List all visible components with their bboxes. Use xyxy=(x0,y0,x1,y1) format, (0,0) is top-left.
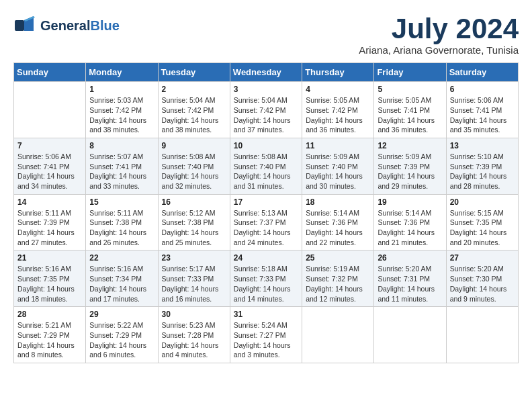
cell-info: Sunrise: 5:05 AM Sunset: 7:41 PM Dayligh… xyxy=(378,95,442,135)
month-title: July 2024 xyxy=(359,13,519,44)
day-number: 29 xyxy=(89,310,154,319)
table-row: 18Sunrise: 5:14 AM Sunset: 7:36 PM Dayli… xyxy=(302,194,374,250)
day-number: 7 xyxy=(17,141,82,150)
page-header: GeneralBlue July 2024 Ariana, Ariana Gov… xyxy=(13,13,519,56)
col-monday: Monday xyxy=(86,63,158,82)
col-saturday: Saturday xyxy=(446,63,518,82)
cell-info: Sunrise: 5:07 AM Sunset: 7:41 PM Dayligh… xyxy=(89,152,154,191)
cell-info: Sunrise: 5:12 AM Sunset: 7:38 PM Dayligh… xyxy=(162,208,226,248)
location-subtitle: Ariana, Ariana Governorate, Tunisia xyxy=(359,44,519,56)
day-number: 19 xyxy=(378,197,442,207)
cell-info: Sunrise: 5:17 AM Sunset: 7:33 PM Dayligh… xyxy=(162,264,226,304)
table-row: 6Sunrise: 5:06 AM Sunset: 7:41 PM Daylig… xyxy=(446,82,518,138)
logo-text-general: GeneralBlue xyxy=(40,18,120,34)
day-number: 18 xyxy=(306,197,370,207)
table-row: 21Sunrise: 5:16 AM Sunset: 7:35 PM Dayli… xyxy=(14,250,86,307)
day-number: 30 xyxy=(162,310,226,319)
cell-info: Sunrise: 5:19 AM Sunset: 7:32 PM Dayligh… xyxy=(306,264,370,304)
calendar-table: Sunday Monday Tuesday Wednesday Thursday… xyxy=(13,62,519,363)
day-number: 11 xyxy=(306,141,370,150)
table-row: 23Sunrise: 5:17 AM Sunset: 7:33 PM Dayli… xyxy=(158,250,230,307)
calendar-header-row: Sunday Monday Tuesday Wednesday Thursday… xyxy=(14,63,519,82)
cell-info: Sunrise: 5:06 AM Sunset: 7:41 PM Dayligh… xyxy=(450,95,515,135)
day-number: 21 xyxy=(17,253,82,263)
table-row: 8Sunrise: 5:07 AM Sunset: 7:41 PM Daylig… xyxy=(86,138,158,194)
table-row: 14Sunrise: 5:11 AM Sunset: 7:39 PM Dayli… xyxy=(14,194,86,250)
col-thursday: Thursday xyxy=(302,63,374,82)
logo-text-blue: Blue xyxy=(90,18,119,33)
table-row: 30Sunrise: 5:23 AM Sunset: 7:28 PM Dayli… xyxy=(158,307,230,363)
table-row: 24Sunrise: 5:18 AM Sunset: 7:33 PM Dayli… xyxy=(230,250,302,307)
cell-info: Sunrise: 5:23 AM Sunset: 7:28 PM Dayligh… xyxy=(162,320,226,360)
day-number: 31 xyxy=(234,310,298,319)
table-row: 29Sunrise: 5:22 AM Sunset: 7:29 PM Dayli… xyxy=(86,307,158,363)
day-number: 17 xyxy=(234,197,298,207)
cell-info: Sunrise: 5:10 AM Sunset: 7:39 PM Dayligh… xyxy=(450,152,515,191)
day-number: 13 xyxy=(450,141,515,150)
day-number: 25 xyxy=(306,253,370,263)
calendar-week-row: 1Sunrise: 5:03 AM Sunset: 7:42 PM Daylig… xyxy=(14,82,519,138)
cell-info: Sunrise: 5:20 AM Sunset: 7:30 PM Dayligh… xyxy=(450,264,515,304)
day-number: 3 xyxy=(234,85,298,94)
table-row: 5Sunrise: 5:05 AM Sunset: 7:41 PM Daylig… xyxy=(374,82,446,138)
table-row: 20Sunrise: 5:15 AM Sunset: 7:35 PM Dayli… xyxy=(446,194,518,250)
cell-info: Sunrise: 5:21 AM Sunset: 7:29 PM Dayligh… xyxy=(17,320,82,360)
day-number: 2 xyxy=(162,85,226,94)
calendar-body: 1Sunrise: 5:03 AM Sunset: 7:42 PM Daylig… xyxy=(14,82,519,363)
calendar-week-row: 21Sunrise: 5:16 AM Sunset: 7:35 PM Dayli… xyxy=(14,250,519,307)
table-row: 25Sunrise: 5:19 AM Sunset: 7:32 PM Dayli… xyxy=(302,250,374,307)
table-row: 28Sunrise: 5:21 AM Sunset: 7:29 PM Dayli… xyxy=(14,307,86,363)
day-number: 6 xyxy=(450,85,515,94)
table-row: 31Sunrise: 5:24 AM Sunset: 7:27 PM Dayli… xyxy=(230,307,302,363)
table-row: 11Sunrise: 5:09 AM Sunset: 7:40 PM Dayli… xyxy=(302,138,374,194)
day-number: 26 xyxy=(378,253,442,263)
table-row: 10Sunrise: 5:08 AM Sunset: 7:40 PM Dayli… xyxy=(230,138,302,194)
day-number: 10 xyxy=(234,141,298,150)
cell-info: Sunrise: 5:16 AM Sunset: 7:34 PM Dayligh… xyxy=(89,264,154,304)
col-friday: Friday xyxy=(374,63,446,82)
cell-info: Sunrise: 5:15 AM Sunset: 7:35 PM Dayligh… xyxy=(450,208,515,248)
day-number: 23 xyxy=(162,253,226,263)
svg-rect-0 xyxy=(15,20,24,31)
cell-info: Sunrise: 5:04 AM Sunset: 7:42 PM Dayligh… xyxy=(162,95,226,135)
table-row: 13Sunrise: 5:10 AM Sunset: 7:39 PM Dayli… xyxy=(446,138,518,194)
cell-info: Sunrise: 5:08 AM Sunset: 7:40 PM Dayligh… xyxy=(234,152,298,191)
cell-info: Sunrise: 5:06 AM Sunset: 7:41 PM Dayligh… xyxy=(17,152,82,191)
table-row xyxy=(14,82,86,138)
table-row xyxy=(374,307,446,363)
table-row: 4Sunrise: 5:05 AM Sunset: 7:42 PM Daylig… xyxy=(302,82,374,138)
cell-info: Sunrise: 5:08 AM Sunset: 7:40 PM Dayligh… xyxy=(162,152,226,191)
table-row: 16Sunrise: 5:12 AM Sunset: 7:38 PM Dayli… xyxy=(158,194,230,250)
day-number: 8 xyxy=(89,141,154,150)
day-number: 27 xyxy=(450,253,515,263)
day-number: 5 xyxy=(378,85,442,94)
table-row: 22Sunrise: 5:16 AM Sunset: 7:34 PM Dayli… xyxy=(86,250,158,307)
table-row: 9Sunrise: 5:08 AM Sunset: 7:40 PM Daylig… xyxy=(158,138,230,194)
day-number: 14 xyxy=(17,197,82,207)
cell-info: Sunrise: 5:14 AM Sunset: 7:36 PM Dayligh… xyxy=(306,208,370,248)
cell-info: Sunrise: 5:13 AM Sunset: 7:37 PM Dayligh… xyxy=(234,208,298,248)
cell-info: Sunrise: 5:24 AM Sunset: 7:27 PM Dayligh… xyxy=(234,320,298,360)
col-sunday: Sunday xyxy=(14,63,86,82)
cell-info: Sunrise: 5:05 AM Sunset: 7:42 PM Dayligh… xyxy=(306,95,370,135)
day-number: 4 xyxy=(306,85,370,94)
col-wednesday: Wednesday xyxy=(230,63,302,82)
cell-info: Sunrise: 5:09 AM Sunset: 7:40 PM Dayligh… xyxy=(306,152,370,191)
table-row: 7Sunrise: 5:06 AM Sunset: 7:41 PM Daylig… xyxy=(14,138,86,194)
table-row: 17Sunrise: 5:13 AM Sunset: 7:37 PM Dayli… xyxy=(230,194,302,250)
cell-info: Sunrise: 5:03 AM Sunset: 7:42 PM Dayligh… xyxy=(89,95,154,135)
day-number: 24 xyxy=(234,253,298,263)
day-number: 28 xyxy=(17,310,82,319)
table-row: 15Sunrise: 5:11 AM Sunset: 7:38 PM Dayli… xyxy=(86,194,158,250)
cell-info: Sunrise: 5:18 AM Sunset: 7:33 PM Dayligh… xyxy=(234,264,298,304)
day-number: 22 xyxy=(89,253,154,263)
calendar-week-row: 28Sunrise: 5:21 AM Sunset: 7:29 PM Dayli… xyxy=(14,307,519,363)
day-number: 9 xyxy=(162,141,226,150)
cell-info: Sunrise: 5:09 AM Sunset: 7:39 PM Dayligh… xyxy=(378,152,442,191)
day-number: 15 xyxy=(89,197,154,207)
cell-info: Sunrise: 5:11 AM Sunset: 7:39 PM Dayligh… xyxy=(17,208,82,248)
cell-info: Sunrise: 5:20 AM Sunset: 7:31 PM Dayligh… xyxy=(378,264,442,304)
table-row xyxy=(302,307,374,363)
table-row: 12Sunrise: 5:09 AM Sunset: 7:39 PM Dayli… xyxy=(374,138,446,194)
logo-icon xyxy=(13,13,38,38)
